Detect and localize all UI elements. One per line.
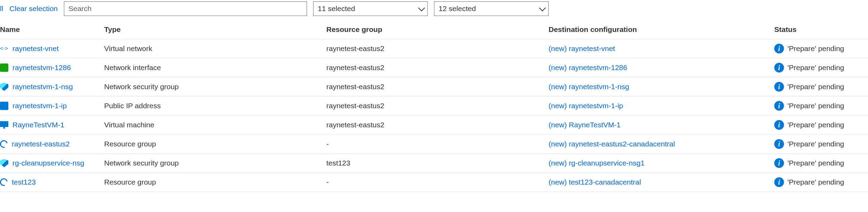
info-icon[interactable]: i — [774, 158, 784, 168]
resource-name-link[interactable]: raynetestvm-1-ip — [0, 102, 104, 110]
table-header-row: Name Type Resource group Destination con… — [0, 20, 868, 39]
col-header-name[interactable]: Name — [0, 25, 104, 34]
resource-name-link[interactable]: raynetestvm-1286 — [0, 63, 104, 72]
destination-config-link[interactable]: (new) test123-canadacentral — [549, 178, 774, 186]
status-text: 'Prepare' pending — [787, 159, 844, 167]
status-text: 'Prepare' pending — [787, 102, 844, 110]
nsg-icon — [0, 159, 8, 167]
info-icon[interactable]: i — [774, 44, 784, 53]
resource-type: Network security group — [104, 83, 326, 91]
resource-name-text: raynetestvm-1-nsg — [12, 83, 73, 91]
filter-dropdown-2[interactable]: 12 selected — [434, 1, 549, 16]
table-row: RayneTestVM-1Virtual machineraynetest-ea… — [0, 116, 868, 135]
filter-dropdown-2-label: 12 selected — [439, 5, 476, 13]
resource-group-cell: raynetest-eastus2 — [326, 44, 549, 53]
resource-group-icon — [0, 177, 9, 187]
public-ip-icon — [0, 102, 8, 110]
status-cell: i'Prepare' pending — [774, 44, 868, 53]
nic-icon — [0, 63, 8, 72]
resource-name-text: raynetestvm-1-ip — [12, 102, 67, 110]
status-text: 'Prepare' pending — [787, 44, 844, 53]
select-all-link-fragment[interactable]: ll — [0, 5, 3, 13]
resource-name-text: raynetest-vnet — [12, 44, 59, 53]
filter-toolbar: ll Clear selection 11 selected 12 select… — [0, 0, 868, 20]
info-icon[interactable]: i — [774, 63, 784, 73]
info-icon[interactable]: i — [774, 82, 784, 92]
destination-config-link[interactable]: (new) raynetest-eastus2-canadacentral — [549, 140, 774, 148]
vm-icon — [0, 121, 8, 129]
destination-config-link[interactable]: (new) RayneTestVM-1 — [549, 121, 774, 129]
status-text: 'Prepare' pending — [787, 83, 844, 91]
resource-group-icon — [0, 139, 9, 149]
destination-config-link[interactable]: (new) raynetestvm-1-ip — [549, 102, 774, 110]
table-row: raynetestvm-1-ipPublic IP addressraynete… — [0, 96, 868, 116]
status-cell: i'Prepare' pending — [774, 101, 868, 111]
table-row: test123Resource group-(new) test123-cana… — [0, 173, 868, 192]
resource-type: Resource group — [104, 140, 326, 148]
status-text: 'Prepare' pending — [787, 178, 844, 186]
col-header-destination[interactable]: Destination configuration — [549, 25, 774, 34]
resource-type: Public IP address — [104, 102, 326, 110]
info-icon[interactable]: i — [774, 139, 784, 149]
status-cell: i'Prepare' pending — [774, 82, 868, 92]
resources-table: Name Type Resource group Destination con… — [0, 20, 868, 192]
status-cell: i'Prepare' pending — [774, 63, 868, 73]
resource-name-link[interactable]: raynetestvm-1-nsg — [0, 83, 104, 91]
table-row: raynetest-eastus2Resource group-(new) ra… — [0, 135, 868, 154]
table-row: raynetest-vnetVirtual networkraynetest-e… — [0, 39, 868, 58]
table-row: raynetestvm-1-nsgNetwork security groupr… — [0, 77, 868, 96]
resource-group-cell: raynetest-eastus2 — [326, 121, 549, 129]
destination-config-link[interactable]: (new) rg-cleanupservice-nsg1 — [549, 159, 774, 167]
status-cell: i'Prepare' pending — [774, 158, 868, 168]
status-text: 'Prepare' pending — [787, 140, 844, 148]
destination-config-link[interactable]: (new) raynetestvm-1-nsg — [549, 83, 774, 91]
status-text: 'Prepare' pending — [787, 63, 844, 72]
destination-config-link[interactable]: (new) raynetestvm-1286 — [549, 63, 774, 72]
resource-group-cell: raynetest-eastus2 — [326, 63, 549, 72]
resource-name-link[interactable]: raynetest-vnet — [0, 44, 104, 53]
col-header-resource-group[interactable]: Resource group — [326, 25, 549, 34]
chevron-down-icon — [539, 5, 546, 11]
resource-type: Virtual network — [104, 44, 326, 53]
resource-group-cell: raynetest-eastus2 — [326, 83, 549, 91]
resource-name-link[interactable]: rg-cleanupservice-nsg — [0, 159, 104, 167]
resource-name-text: raynetest-eastus2 — [12, 140, 70, 148]
resource-name-text: RayneTestVM-1 — [12, 121, 64, 129]
resource-name-link[interactable]: raynetest-eastus2 — [0, 140, 104, 148]
resource-name-text: raynetestvm-1286 — [12, 63, 71, 72]
resource-type: Network interface — [104, 63, 326, 72]
info-icon[interactable]: i — [774, 177, 784, 187]
status-text: 'Prepare' pending — [787, 121, 844, 129]
resource-group-cell: - — [326, 178, 549, 186]
nsg-icon — [0, 83, 8, 91]
resource-name-link[interactable]: RayneTestVM-1 — [0, 121, 104, 129]
resource-group-cell: - — [326, 140, 549, 148]
chevron-down-icon — [418, 5, 425, 11]
resource-type: Resource group — [104, 178, 326, 186]
destination-config-link[interactable]: (new) raynetest-vnet — [549, 44, 774, 53]
status-cell: i'Prepare' pending — [774, 120, 868, 130]
vnet-icon — [0, 44, 8, 53]
status-cell: i'Prepare' pending — [774, 139, 868, 149]
info-icon[interactable]: i — [774, 101, 784, 111]
resource-type: Virtual machine — [104, 121, 326, 129]
clear-selection-link[interactable]: Clear selection — [9, 5, 58, 13]
filter-dropdown-1[interactable]: 11 selected — [313, 1, 428, 16]
search-input[interactable] — [64, 1, 307, 16]
resource-name-text: test123 — [12, 178, 36, 186]
resource-group-cell: raynetest-eastus2 — [326, 102, 549, 110]
col-header-type[interactable]: Type — [104, 25, 326, 34]
info-icon[interactable]: i — [774, 120, 784, 130]
resource-name-link[interactable]: test123 — [0, 178, 104, 186]
status-cell: i'Prepare' pending — [774, 177, 868, 187]
col-header-status[interactable]: Status — [774, 25, 868, 34]
table-row: rg-cleanupservice-nsgNetwork security gr… — [0, 154, 868, 173]
resource-name-text: rg-cleanupservice-nsg — [12, 159, 84, 167]
table-row: raynetestvm-1286Network interfaceraynete… — [0, 58, 868, 77]
resource-group-cell: test123 — [326, 159, 549, 167]
resource-type: Network security group — [104, 159, 326, 167]
filter-dropdown-1-label: 11 selected — [318, 5, 355, 13]
